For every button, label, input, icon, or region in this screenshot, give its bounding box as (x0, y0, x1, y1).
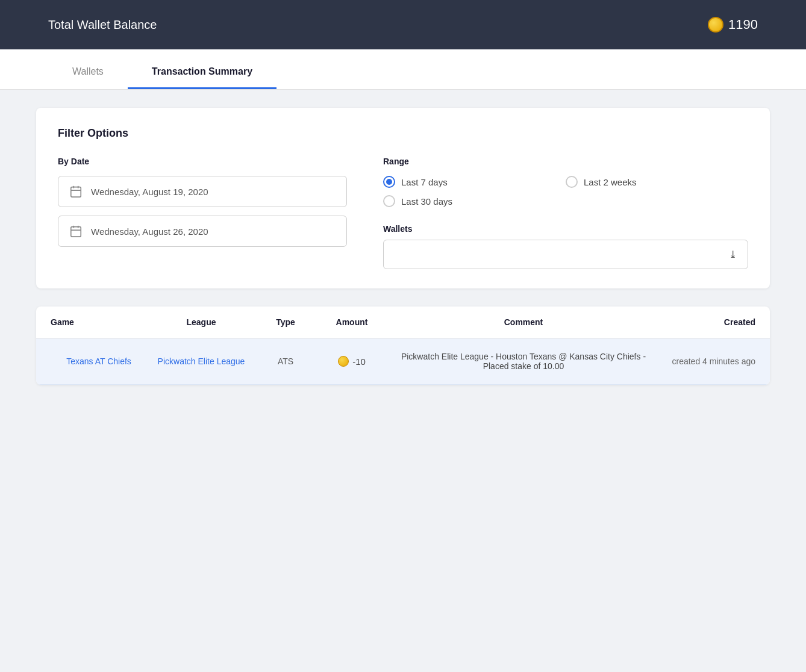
coin-icon-small (338, 356, 349, 367)
range-label: Range (383, 157, 748, 166)
radio-last30-circle (383, 195, 395, 207)
main-content: Filter Options By Date Wednesday, August… (0, 90, 806, 403)
cell-type: ATS (255, 356, 316, 366)
table-row: Texans AT Chiefs Pickwatch Elite League … (36, 338, 770, 385)
radio-last7[interactable]: Last 7 days (383, 176, 566, 188)
chevron-down-icon: ⤓ (729, 249, 737, 260)
amount-cell: -10 (316, 356, 388, 367)
table-header: Game League Type Amount Comment Created (36, 306, 770, 338)
cell-game[interactable]: Texans AT Chiefs (51, 355, 147, 368)
col-type: Type (255, 317, 316, 327)
date-end-input[interactable]: Wednesday, August 26, 2020 (58, 216, 347, 247)
col-created: Created (659, 317, 755, 327)
wallets-label: Wallets (383, 224, 748, 234)
cell-created: created 4 minutes ago (659, 355, 755, 368)
coin-icon (708, 17, 723, 33)
wallet-header-title: Total Wallet Balance (48, 18, 157, 32)
filter-title: Filter Options (58, 127, 748, 140)
col-game: Game (51, 317, 147, 327)
date-start-value: Wednesday, August 19, 2020 (91, 187, 208, 197)
calendar-icon-start (69, 185, 83, 198)
radio-last2weeks-circle (566, 176, 578, 188)
cell-amount: -10 (316, 356, 388, 367)
filter-card: Filter Options By Date Wednesday, August… (36, 108, 770, 288)
radio-last2weeks[interactable]: Last 2 weeks (566, 176, 748, 188)
transactions-table: Game League Type Amount Comment Created … (36, 306, 770, 385)
radio-last2weeks-label: Last 2 weeks (584, 177, 637, 187)
col-amount: Amount (316, 317, 388, 327)
amount-value: -10 (352, 356, 366, 367)
calendar-icon-end (69, 225, 83, 238)
range-options: Last 7 days Last 2 weeks Last 30 days (383, 176, 748, 207)
date-end-value: Wednesday, August 26, 2020 (91, 226, 208, 237)
by-date-label: By Date (58, 157, 347, 166)
col-league: League (147, 317, 255, 327)
tabs-container: Wallets Transaction Summary (0, 49, 806, 90)
radio-last30-label: Last 30 days (401, 196, 452, 207)
svg-rect-4 (71, 227, 81, 237)
balance-amount: 1190 (728, 17, 758, 33)
filter-date-section: By Date Wednesday, August 19, 2020 (58, 157, 347, 269)
col-comment: Comment (388, 317, 659, 327)
cell-comment: Pickwatch Elite League - Houston Texans … (388, 352, 659, 371)
date-start-input[interactable]: Wednesday, August 19, 2020 (58, 176, 347, 207)
tab-transaction-summary[interactable]: Transaction Summary (128, 49, 276, 89)
wallet-header: Total Wallet Balance 1190 (0, 0, 806, 49)
radio-last7-label: Last 7 days (401, 177, 448, 187)
tab-wallets[interactable]: Wallets (48, 49, 128, 89)
radio-last7-circle (383, 176, 395, 188)
wallet-balance: 1190 (708, 17, 758, 33)
svg-rect-0 (71, 187, 81, 198)
radio-last30[interactable]: Last 30 days (383, 195, 566, 207)
filter-body: By Date Wednesday, August 19, 2020 (58, 157, 748, 269)
filter-range-section: Range Last 7 days Last 2 weeks Last 30 d… (383, 157, 748, 269)
wallets-dropdown[interactable]: ⤓ (383, 240, 748, 269)
cell-league[interactable]: Pickwatch Elite League (147, 355, 255, 368)
